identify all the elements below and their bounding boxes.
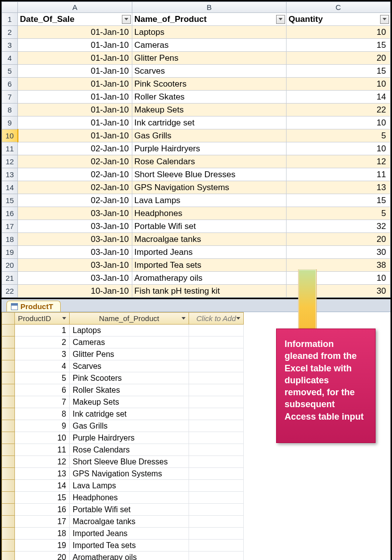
row-header[interactable]: 11	[2, 142, 18, 155]
filter-dropdown-icon[interactable]	[276, 15, 285, 24]
row-header[interactable]: 21	[2, 272, 18, 285]
cell-productname[interactable]: Purple Hairdryers	[70, 432, 189, 444]
cell-name[interactable]: Purple Hairdryers	[132, 142, 287, 155]
cell-qty[interactable]: 13	[287, 181, 391, 194]
cell-qty[interactable]: 10	[287, 78, 391, 91]
cell-name[interactable]: Roller Skates	[132, 91, 287, 104]
filter-dropdown-icon[interactable]	[380, 15, 389, 24]
cell-clicktoadd[interactable]	[189, 384, 244, 396]
cell-qty[interactable]: 10	[287, 116, 391, 129]
cell-clicktoadd[interactable]	[189, 492, 244, 504]
row-header[interactable]: 6	[2, 78, 18, 91]
chevron-down-icon[interactable]	[61, 315, 68, 322]
cell-qty[interactable]: 10	[287, 272, 391, 285]
cell-productname[interactable]: Rose Calendars	[70, 444, 189, 456]
cell-date[interactable]: 01-Jan-10	[18, 104, 132, 116]
col-header-b[interactable]: B	[132, 2, 287, 13]
cell-productid[interactable]: 5	[15, 372, 70, 384]
cell-name[interactable]: Portable Wifi set	[132, 220, 287, 233]
cell-qty[interactable]: 38	[287, 259, 391, 272]
cell-productname[interactable]: Macroalgae tanks	[70, 516, 189, 528]
cell-qty[interactable]: 15	[287, 65, 391, 78]
cell-productname[interactable]: Gas Grills	[70, 420, 189, 432]
cell-name[interactable]: Glitter Pens	[132, 52, 287, 65]
cell-date[interactable]: 01-Jan-10	[18, 26, 132, 39]
cell-name[interactable]: GPS Navigation Systems	[132, 181, 287, 194]
cell-name[interactable]: Pink Scooters	[132, 78, 287, 91]
row-header[interactable]: 20	[2, 259, 18, 272]
cell-name[interactable]: Imported Jeans	[132, 246, 287, 259]
cell-productname[interactable]: GPS Navigation Systems	[70, 468, 189, 480]
row-selector[interactable]	[2, 480, 15, 492]
col-header-nameofproduct[interactable]: Name_of_Product	[70, 313, 189, 325]
cell-clicktoadd[interactable]	[189, 396, 244, 408]
cell-date[interactable]: 02-Jan-10	[18, 194, 132, 207]
cell-clicktoadd[interactable]	[189, 444, 244, 456]
row-selector-header[interactable]	[2, 313, 15, 325]
cell-productid[interactable]: 15	[15, 492, 70, 504]
cell-date[interactable]: 01-Jan-10	[18, 78, 132, 91]
cell-productid[interactable]: 17	[15, 516, 70, 528]
cell-date[interactable]: 01-Jan-10	[18, 116, 132, 129]
cell-name[interactable]: Fish tank pH testing kit	[132, 285, 287, 298]
cell-qty[interactable]: 32	[287, 220, 391, 233]
row-header[interactable]: 14	[2, 181, 18, 194]
cell-productid[interactable]: 16	[15, 504, 70, 516]
cell-qty[interactable]: 15	[287, 39, 391, 52]
row-selector[interactable]	[2, 360, 15, 372]
cell-name[interactable]: Short Sleeve Blue Dresses	[132, 168, 287, 181]
cell-productid[interactable]: 12	[15, 456, 70, 468]
row-selector[interactable]	[2, 432, 15, 444]
cell-date[interactable]: 10-Jan-10	[18, 285, 132, 298]
cell-qty[interactable]: 14	[287, 91, 391, 104]
cell-date[interactable]: 03-Jan-10	[18, 272, 132, 285]
cell-productid[interactable]: 13	[15, 468, 70, 480]
filter-dropdown-icon[interactable]	[122, 15, 131, 24]
cell-date[interactable]: 02-Jan-10	[18, 155, 132, 168]
cell-productid[interactable]: 20	[15, 552, 70, 560]
cell-productid[interactable]: 8	[15, 408, 70, 420]
cell-date[interactable]: 03-Jan-10	[18, 207, 132, 220]
cell-qty[interactable]: 20	[287, 52, 391, 65]
header-date[interactable]: Date_Of_Sale	[18, 13, 132, 26]
cell-clicktoadd[interactable]	[189, 528, 244, 540]
row-header[interactable]: 3	[2, 39, 18, 52]
cell-name[interactable]: Scarves	[132, 65, 287, 78]
row-header[interactable]: 1	[2, 13, 18, 26]
cell-productname[interactable]: Cameras	[70, 336, 189, 348]
cell-productname[interactable]: Glitter Pens	[70, 348, 189, 360]
row-header[interactable]: 5	[2, 65, 18, 78]
cell-productname[interactable]: Short Sleeve Blue Dresses	[70, 456, 189, 468]
row-header[interactable]: 16	[2, 207, 18, 220]
excel-grid[interactable]: A B C 1 Date_Of_Sale Name_of_Product Qua…	[1, 1, 391, 298]
cell-qty[interactable]: 22	[287, 104, 391, 116]
cell-date[interactable]: 01-Jan-10	[18, 65, 132, 78]
cell-name[interactable]: Ink cartridge set	[132, 116, 287, 129]
cell-clicktoadd[interactable]	[189, 468, 244, 480]
cell-qty[interactable]: 30	[287, 285, 391, 298]
cell-productid[interactable]: 4	[15, 360, 70, 372]
cell-productid[interactable]: 18	[15, 528, 70, 540]
cell-productid[interactable]: 3	[15, 348, 70, 360]
cell-productname[interactable]: Laptops	[70, 325, 189, 336]
row-selector[interactable]	[2, 372, 15, 384]
cell-productid[interactable]: 19	[15, 540, 70, 552]
row-selector[interactable]	[2, 552, 15, 560]
row-header[interactable]: 8	[2, 104, 18, 116]
cell-date[interactable]: 01-Jan-10	[18, 52, 132, 65]
cell-date[interactable]: 03-Jan-10	[18, 220, 132, 233]
row-header[interactable]: 2	[2, 26, 18, 39]
cell-clicktoadd[interactable]	[189, 420, 244, 432]
col-header-a[interactable]: A	[18, 2, 132, 13]
row-selector[interactable]	[2, 420, 15, 432]
chevron-down-icon[interactable]	[180, 315, 187, 322]
row-header[interactable]: 12	[2, 155, 18, 168]
cell-clicktoadd[interactable]	[189, 480, 244, 492]
cell-date[interactable]: 01-Jan-10	[18, 129, 132, 142]
row-selector[interactable]	[2, 396, 15, 408]
cell-productname[interactable]: Ink catridge set	[70, 408, 189, 420]
row-selector[interactable]	[2, 408, 15, 420]
chevron-down-icon[interactable]	[235, 315, 242, 322]
header-qty[interactable]: Quantity	[287, 13, 391, 26]
row-header[interactable]: 17	[2, 220, 18, 233]
